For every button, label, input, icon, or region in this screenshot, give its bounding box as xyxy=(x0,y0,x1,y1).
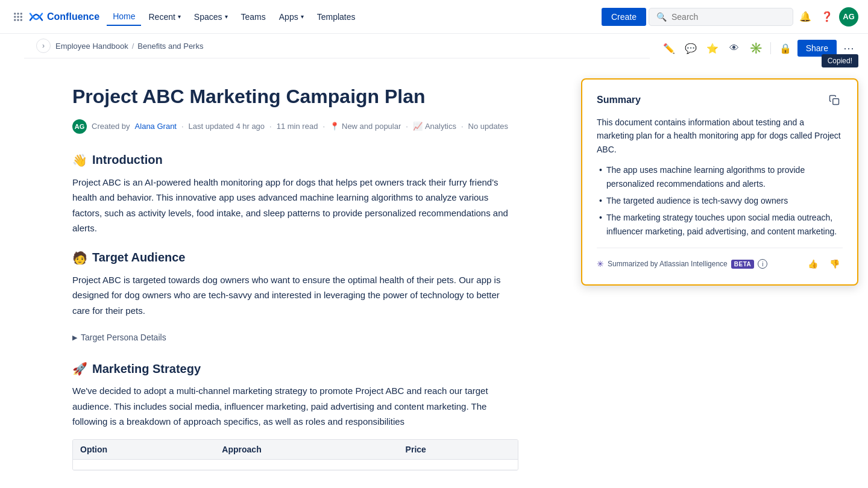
action-divider xyxy=(770,42,771,54)
svg-rect-8 xyxy=(20,19,22,20)
table-header-approach: Approach xyxy=(215,440,398,460)
breadcrumb-parent[interactable]: Employee Handbook xyxy=(55,42,128,51)
atlassian-intelligence-icon: ✳ xyxy=(597,259,604,269)
nav-apps[interactable]: Apps ▾ xyxy=(273,8,310,25)
expandable-label: Target Persona Details xyxy=(81,333,166,342)
search-input[interactable] xyxy=(671,12,785,22)
read-time: 11 min read xyxy=(277,122,318,131)
svg-rect-6 xyxy=(14,19,16,20)
summary-panel: Summary This document contains informati… xyxy=(581,78,858,286)
apps-grid-button[interactable] xyxy=(10,8,27,25)
beta-badge: BETA xyxy=(731,260,754,269)
summary-bullet-1: The app uses machine learning algorithms… xyxy=(597,163,843,190)
svg-rect-5 xyxy=(20,16,22,17)
nav-templates[interactable]: Templates xyxy=(311,8,362,25)
author-label: Created by xyxy=(92,122,130,131)
table-header-price: Price xyxy=(398,440,518,460)
author-avatar: AG xyxy=(72,119,87,134)
nav-links: Home Recent ▾ Spaces ▾ Teams Apps ▾ Temp… xyxy=(107,8,361,26)
summary-thumbs: 👍 👎 xyxy=(804,255,843,272)
breadcrumb-current[interactable]: Benefits and Perks xyxy=(137,42,203,51)
logo-text: Confluence xyxy=(47,11,99,22)
watch-button[interactable]: 👁 xyxy=(725,39,744,58)
search-icon: 🔍 xyxy=(656,12,667,22)
summary-bullet-3: The marketing strategy touches upon soci… xyxy=(597,211,843,238)
svg-rect-0 xyxy=(14,13,16,14)
edit-button[interactable]: ✏️ xyxy=(659,39,679,58)
summary-header: Summary xyxy=(597,92,843,108)
restrict-button[interactable]: 🔒 xyxy=(776,39,795,58)
main-content: Project ABC Marketing Campaign Plan AG C… xyxy=(24,60,567,488)
marketing-strategy-heading: 🚀 Marketing Strategy xyxy=(72,361,518,376)
marketing-emoji: 🚀 xyxy=(72,361,87,376)
navbar: Confluence Home Recent ▾ Spaces ▾ Teams … xyxy=(0,0,868,34)
author-name[interactable]: Alana Grant xyxy=(135,122,177,131)
nav-teams[interactable]: Teams xyxy=(235,8,272,25)
star-button[interactable]: ⭐ xyxy=(703,39,722,58)
create-button[interactable]: Create xyxy=(602,8,646,26)
page-title: Project ABC Marketing Campaign Plan xyxy=(72,84,518,110)
confluence-logo[interactable]: Confluence xyxy=(29,10,99,24)
no-updates: No updates xyxy=(468,122,509,131)
search-bar[interactable]: 🔍 xyxy=(649,8,793,26)
marketing-strategy-body: We've decided to adopt a multi-channel m… xyxy=(72,383,518,430)
thumbs-down-button[interactable]: 👎 xyxy=(826,255,843,272)
ai-text: Summarized by Atlassian Intelligence xyxy=(608,260,728,268)
summary-title: Summary xyxy=(597,95,641,105)
summary-footer: ✳ Summarized by Atlassian Intelligence B… xyxy=(597,248,843,272)
summary-copy-button[interactable] xyxy=(826,92,843,108)
svg-rect-7 xyxy=(17,19,19,20)
page-meta: AG Created by Alana Grant · Last updated… xyxy=(72,119,518,134)
svg-rect-3 xyxy=(14,16,16,17)
help-button[interactable]: ❓ xyxy=(817,7,837,27)
thumbs-up-button[interactable]: 👍 xyxy=(804,255,821,272)
target-audience-heading: 🧑 Target Audience xyxy=(72,251,518,265)
introduction-body: Project ABC is an AI-powered health moni… xyxy=(72,175,518,236)
nav-recent[interactable]: Recent ▾ xyxy=(142,8,186,25)
sidebar-toggle[interactable]: › xyxy=(36,39,51,53)
introduction-heading: 👋 Introduction xyxy=(72,153,518,167)
summary-body: This document contains information about… xyxy=(597,116,843,156)
target-emoji: 🧑 xyxy=(72,251,87,265)
info-icon[interactable]: i xyxy=(758,259,767,269)
ai-label: ✳ Summarized by Atlassian Intelligence B… xyxy=(597,259,767,269)
svg-rect-4 xyxy=(17,16,19,17)
summary-bullet-2: The targeted audience is tech-savvy dog … xyxy=(597,194,843,207)
copied-tooltip: Copied! xyxy=(822,54,858,67)
nav-spaces[interactable]: Spaces ▾ xyxy=(188,8,234,25)
expand-chevron-icon: ▶ xyxy=(72,334,77,342)
table-preview: Option Approach Price xyxy=(72,439,518,471)
ai-button[interactable]: ✳️ xyxy=(746,39,766,58)
last-updated: Last updated 4 hr ago xyxy=(189,122,265,131)
svg-rect-9 xyxy=(833,99,839,105)
breadcrumb-separator: / xyxy=(132,42,134,51)
table-header-option: Option xyxy=(73,440,215,460)
summary-list: The app uses machine learning algorithms… xyxy=(597,163,843,238)
comment-button[interactable]: 💬 xyxy=(681,39,700,58)
status-badge: 📍 New and popular xyxy=(330,122,401,131)
nav-home[interactable]: Home xyxy=(107,8,141,26)
analytics-link[interactable]: 📈 Analytics xyxy=(413,122,456,131)
svg-rect-2 xyxy=(20,13,22,14)
target-audience-body: Project ABC is targeted towards dog owne… xyxy=(72,272,518,319)
introduction-emoji: 👋 xyxy=(72,153,87,167)
table-row xyxy=(73,459,518,469)
target-persona-expandable[interactable]: ▶ Target Persona Details xyxy=(72,328,518,347)
user-avatar[interactable]: AG xyxy=(839,7,858,27)
svg-rect-1 xyxy=(17,13,19,14)
notifications-button[interactable]: 🔔 xyxy=(796,7,815,27)
